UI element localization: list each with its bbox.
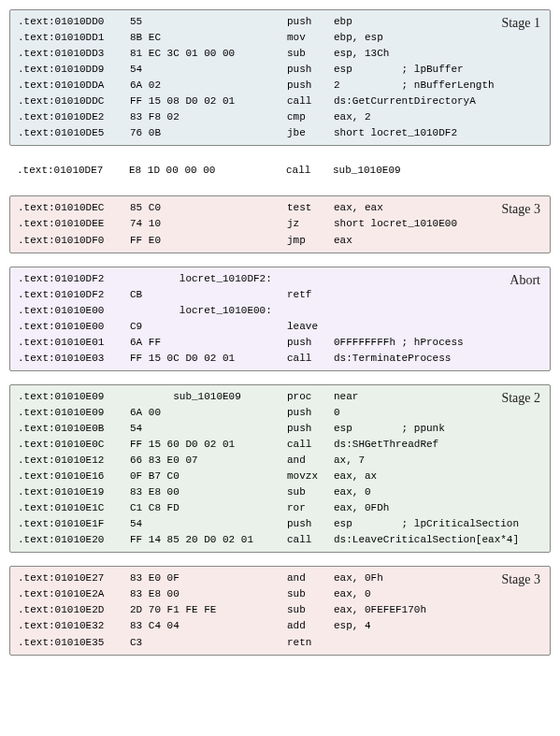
hex-bytes: 54 xyxy=(130,62,287,78)
addr: .text:01010DDA xyxy=(18,78,130,94)
addr: .text:01010DD3 xyxy=(18,46,130,62)
mnemonic xyxy=(287,303,334,319)
asm-line: .text:01010E35C3retn xyxy=(18,635,542,651)
asm-line: .text:01010DDCFF 15 08 D0 02 01callds:Ge… xyxy=(18,94,542,109)
code-block-stage1: Stage 1.text:01010DD055pushebp.text:0101… xyxy=(9,9,551,146)
mnemonic: push xyxy=(287,405,334,421)
operands: ds:GetCurrentDirectoryA xyxy=(334,94,542,109)
hex-bytes: FF E0 xyxy=(130,233,287,249)
hex-bytes: 81 EC 3C 01 00 00 xyxy=(130,46,287,62)
operands: 0FFFFFFFFh ; hProcess xyxy=(334,335,542,351)
asm-line: .text:01010E09 sub_1010E09procnear xyxy=(18,389,542,405)
asm-line: .text:01010E2783 E0 0Fandeax, 0Fh xyxy=(18,570,542,586)
addr: .text:01010DD0 xyxy=(18,14,130,30)
addr: .text:01010E00 xyxy=(18,303,130,319)
code-block-abort: Abort.text:01010DF2 locret_1010DF2:.text… xyxy=(9,267,551,371)
hex-bytes: CB xyxy=(130,287,287,303)
addr: .text:01010DDC xyxy=(18,94,130,109)
operands: esp, 13Ch xyxy=(334,46,542,62)
addr: .text:01010E20 xyxy=(18,532,130,548)
mnemonic: push xyxy=(287,14,334,30)
mnemonic: jbe xyxy=(287,125,334,141)
hex-bytes: 83 E0 0F xyxy=(130,570,287,586)
mnemonic: retn xyxy=(287,635,334,651)
asm-line: .text:01010DE576 0Bjbeshort locret_1010D… xyxy=(18,125,542,141)
asm-line: .text:01010E00C9leave xyxy=(18,319,542,335)
operands: eax, 0 xyxy=(334,484,542,500)
asm-line: .text:01010DD18B ECmovebp, esp xyxy=(18,30,542,46)
addr: .text:01010E1F xyxy=(18,516,130,532)
operands: 2 ; nBufferLength xyxy=(334,78,542,94)
addr: .text:01010E2A xyxy=(18,586,130,602)
mnemonic: call xyxy=(287,437,334,453)
addr: .text:01010DE2 xyxy=(18,109,130,125)
asm-line: .text:01010E03FF 15 0C D0 02 01callds:Te… xyxy=(18,351,542,367)
asm-line: .text:01010E1CC1 C8 FDroreax, 0FDh xyxy=(18,500,542,516)
mnemonic: ror xyxy=(287,500,334,516)
operands: eax, 2 xyxy=(334,109,542,125)
asm-line: .text:01010E1F54pushesp ; lpCriticalSect… xyxy=(18,516,542,532)
mnemonic: sub xyxy=(287,46,334,62)
addr: .text:01010DF2 xyxy=(18,287,130,303)
mnemonic: call xyxy=(287,351,334,367)
asm-line: .text:01010E0B54pushesp ; ppunk xyxy=(18,421,542,437)
operands xyxy=(334,635,542,651)
hex-bytes: FF 15 0C D0 02 01 xyxy=(130,351,287,367)
asm-line: .text:01010E1266 83 E0 07andax, 7 xyxy=(18,453,542,469)
mnemonic: push xyxy=(287,516,334,532)
mnemonic: push xyxy=(287,421,334,437)
hex-bytes: 74 10 xyxy=(130,216,287,232)
hex-bytes: FF 15 08 D0 02 01 xyxy=(130,94,287,109)
asm-line: .text:01010E1983 E8 00subeax, 0 xyxy=(18,484,542,500)
mnemonic: call xyxy=(286,163,333,179)
asm-line: .text:01010DEE74 10jzshort locret_1010E0… xyxy=(18,216,542,232)
asm-line: .text:01010DD954pushesp ; lpBuffer xyxy=(18,62,542,78)
operands: esp ; lpBuffer xyxy=(334,62,542,78)
mnemonic: call xyxy=(287,532,334,548)
asm-line: .text:01010DF0FF E0jmpeax xyxy=(18,233,542,249)
addr: .text:01010DF0 xyxy=(18,233,130,249)
mnemonic: sub xyxy=(287,586,334,602)
mnemonic: and xyxy=(287,570,334,586)
operands: sub_1010E09 xyxy=(333,163,543,179)
addr: .text:01010E2D xyxy=(18,602,130,618)
code-block-stage3b: Stage 3.text:01010E2783 E0 0Fandeax, 0Fh… xyxy=(9,566,551,655)
stage-label: Stage 3 xyxy=(501,199,540,220)
mnemonic: jz xyxy=(287,216,334,232)
operands: eax, 0FDh xyxy=(334,500,542,516)
hex-bytes: 2D 70 F1 FE FE xyxy=(130,602,287,618)
asm-line: .text:01010DD055pushebp xyxy=(18,14,542,30)
addr: .text:01010E00 xyxy=(18,319,130,335)
operands: esp ; ppunk xyxy=(334,421,542,437)
stage-label: Stage 1 xyxy=(501,13,540,34)
code-block-single: .text:01010DE7E8 1D 00 00 00callsub_1010… xyxy=(9,159,551,182)
addr: .text:01010DE5 xyxy=(18,125,130,141)
hex-bytes: 66 83 E0 07 xyxy=(130,453,287,469)
mnemonic: test xyxy=(287,200,334,216)
operands: ax, 7 xyxy=(334,453,542,469)
mnemonic: proc xyxy=(287,389,334,405)
hex-bytes: sub_1010E09 xyxy=(130,389,287,405)
stage-label: Stage 3 xyxy=(501,570,540,590)
operands: short locret_1010DF2 xyxy=(334,125,542,141)
mnemonic: add xyxy=(287,618,334,634)
asm-line: .text:01010E2D2D 70 F1 FE FEsubeax, 0FEF… xyxy=(18,602,542,618)
addr: .text:01010DEC xyxy=(18,200,130,216)
hex-bytes: 54 xyxy=(130,421,287,437)
addr: .text:01010E1C xyxy=(18,500,130,516)
addr: .text:01010DD9 xyxy=(18,62,130,78)
stage-label: Abort xyxy=(510,270,540,291)
mnemonic: cmp xyxy=(287,109,334,125)
hex-bytes: C9 xyxy=(130,319,287,335)
hex-bytes: E8 1D 00 00 00 xyxy=(129,163,286,179)
operands: ds:SHGetThreadRef xyxy=(334,437,542,453)
hex-bytes: 6A FF xyxy=(130,335,287,351)
operands: eax, ax xyxy=(334,469,542,484)
mnemonic: movzx xyxy=(287,469,334,484)
addr: .text:01010DF2 xyxy=(18,271,130,287)
hex-bytes: FF 15 60 D0 02 01 xyxy=(130,437,287,453)
hex-bytes: 55 xyxy=(130,14,287,30)
asm-line: .text:01010DF2 locret_1010DF2: xyxy=(18,271,542,287)
addr: .text:01010E16 xyxy=(18,469,130,484)
hex-bytes: 54 xyxy=(130,516,287,532)
